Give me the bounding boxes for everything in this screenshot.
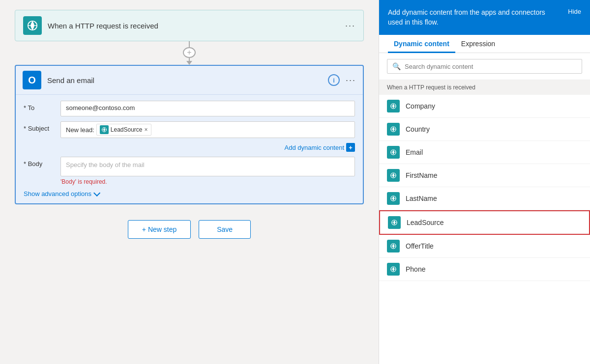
http-icon-svg bbox=[27, 20, 38, 31]
dynamic-item-icon-company bbox=[387, 100, 400, 112]
dynamic-item-company[interactable]: Company bbox=[379, 95, 590, 118]
dynamic-item-icon-lastname bbox=[387, 192, 400, 205]
dynamic-item-icon-country bbox=[387, 123, 400, 136]
search-input[interactable] bbox=[405, 63, 577, 70]
dynamic-item-label-email: Email bbox=[406, 148, 423, 156]
new-step-button[interactable]: + New step bbox=[128, 220, 191, 239]
panel-header-text: Add dynamic content from the apps and co… bbox=[388, 8, 568, 27]
dynamic-item-label-country: Country bbox=[406, 125, 430, 133]
email-block: O Send an email i ··· * To someone@conto… bbox=[15, 65, 364, 204]
tab-dynamic-content[interactable]: Dynamic content bbox=[388, 35, 455, 53]
to-input[interactable]: someone@contoso.com bbox=[60, 101, 355, 116]
save-button[interactable]: Save bbox=[199, 220, 251, 239]
email-body: * To someone@contoso.com * Subject New l… bbox=[16, 95, 363, 203]
http-block: When a HTTP request is received ··· bbox=[15, 10, 364, 41]
to-field-row: * To someone@contoso.com bbox=[24, 101, 355, 116]
add-dynamic-button[interactable]: Add dynamic content + bbox=[285, 143, 355, 152]
body-placeholder: Specify the body of the mail bbox=[66, 161, 145, 168]
panel-search: 🔍 bbox=[379, 53, 590, 80]
http-block-title: When a HTTP request is received bbox=[48, 22, 345, 30]
dynamic-item-country[interactable]: Country bbox=[379, 118, 590, 141]
subject-prefix: New lead: bbox=[66, 126, 94, 134]
panel-section-header: When a HTTP request is received bbox=[379, 80, 590, 95]
dynamic-item-offertitle[interactable]: OfferTitle bbox=[379, 235, 590, 258]
to-label: * To bbox=[24, 101, 60, 112]
lead-tag-label: LeadSource bbox=[111, 126, 143, 133]
outlook-letter: O bbox=[28, 75, 36, 86]
show-advanced-button[interactable]: Show advanced options bbox=[24, 190, 98, 197]
panel-header: Add dynamic content from the apps and co… bbox=[379, 0, 590, 35]
tab-expression[interactable]: Expression bbox=[455, 35, 501, 53]
lead-tag-remove[interactable]: × bbox=[145, 126, 148, 133]
dynamic-item-label-lastname: LastName bbox=[406, 195, 437, 202]
dynamic-item-icon-offertitle bbox=[387, 240, 400, 252]
lead-tag-icon-svg bbox=[101, 127, 107, 133]
body-label: * Body bbox=[24, 157, 60, 168]
show-advanced-label: Show advanced options bbox=[24, 190, 91, 197]
add-dynamic-row: Add dynamic content + bbox=[60, 143, 355, 152]
add-dynamic-label: Add dynamic content bbox=[285, 144, 344, 151]
outlook-icon: O bbox=[23, 71, 41, 89]
chevron-down-icon bbox=[93, 189, 100, 196]
right-panel: Add dynamic content from the apps and co… bbox=[379, 0, 590, 364]
dynamic-item-icon-email bbox=[387, 146, 400, 159]
search-icon: 🔍 bbox=[392, 62, 401, 70]
subject-input[interactable]: New lead: LeadSource × bbox=[60, 121, 355, 138]
body-field-row: * Body Specify the body of the mail 'Bod… bbox=[24, 157, 355, 185]
dynamic-item-icon-firstname bbox=[387, 169, 400, 182]
add-step-circle[interactable]: + bbox=[183, 47, 196, 58]
hide-button[interactable]: Hide bbox=[568, 8, 581, 15]
add-dynamic-plus-icon: + bbox=[346, 143, 355, 152]
email-more-button[interactable]: ··· bbox=[346, 75, 356, 85]
email-title: Send an email bbox=[47, 76, 328, 84]
dynamic-item-phone[interactable]: Phone bbox=[379, 258, 590, 281]
lead-source-tag: LeadSource × bbox=[96, 124, 151, 136]
dynamic-item-label-phone: Phone bbox=[406, 265, 425, 273]
subject-label: * Subject bbox=[24, 121, 60, 132]
body-error: 'Body' is required. bbox=[60, 178, 355, 185]
dynamic-item-icon-phone bbox=[387, 263, 400, 276]
dynamic-item-label-offertitle: OfferTitle bbox=[406, 242, 434, 250]
dynamic-item-label-company: Company bbox=[406, 102, 435, 110]
dynamic-item-label-leadsource: LeadSource bbox=[407, 219, 444, 226]
to-value: someone@contoso.com bbox=[66, 104, 135, 112]
lead-tag-icon bbox=[100, 125, 109, 134]
connector: + bbox=[183, 41, 196, 65]
panel-content: When a HTTP request is received Company … bbox=[379, 80, 590, 364]
dynamic-item-firstname[interactable]: FirstName bbox=[379, 164, 590, 187]
panel-tabs: Dynamic content Expression bbox=[379, 35, 590, 53]
http-icon bbox=[23, 16, 42, 35]
main-canvas: When a HTTP request is received ··· + O … bbox=[0, 0, 379, 364]
dynamic-item-lastname[interactable]: LastName bbox=[379, 187, 590, 210]
dynamic-item-label-firstname: FirstName bbox=[406, 171, 438, 179]
dynamic-item-email[interactable]: Email bbox=[379, 141, 590, 164]
body-input[interactable]: Specify the body of the mail bbox=[60, 157, 355, 176]
tab-expression-label: Expression bbox=[461, 40, 495, 48]
connector-arrow bbox=[186, 61, 192, 65]
bottom-actions: + New step Save bbox=[128, 220, 251, 239]
email-header: O Send an email i ··· bbox=[16, 66, 363, 95]
info-button[interactable]: i bbox=[328, 74, 340, 86]
dynamic-item-icon-leadsource bbox=[388, 216, 401, 229]
http-more-button[interactable]: ··· bbox=[345, 21, 355, 31]
dynamic-item-leadsource[interactable]: LeadSource bbox=[379, 210, 590, 235]
connector-line-top bbox=[189, 41, 190, 47]
tab-dynamic-content-label: Dynamic content bbox=[394, 40, 449, 48]
search-box: 🔍 bbox=[387, 59, 582, 74]
subject-field-row: * Subject New lead: LeadSource × bbox=[24, 121, 355, 138]
